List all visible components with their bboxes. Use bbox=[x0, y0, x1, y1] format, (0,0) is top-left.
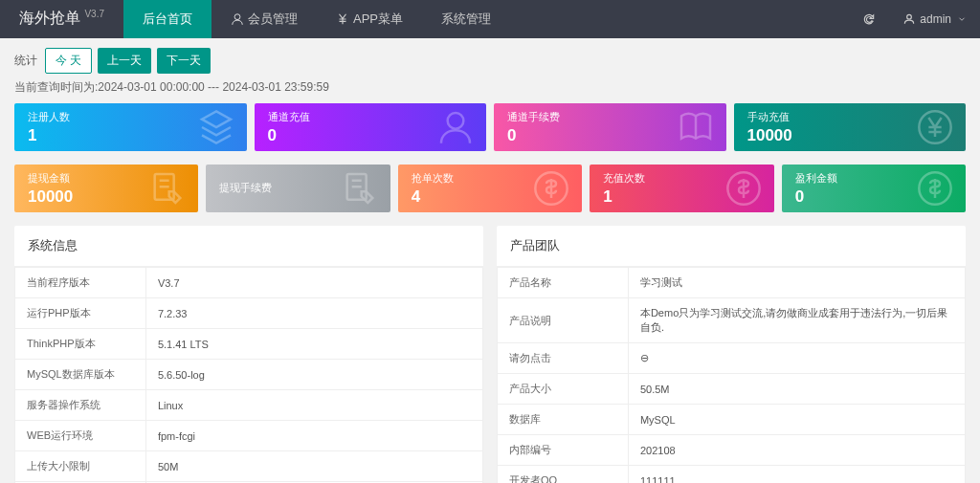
stats-row-1: 注册人数1通道充值0通道手续费0手动充值10000 bbox=[14, 103, 966, 151]
table-value: 50M bbox=[145, 451, 482, 482]
table-value: 111111 bbox=[628, 466, 965, 484]
svg-point-2 bbox=[448, 113, 464, 129]
table-row: 服务器操作系统Linux bbox=[15, 390, 483, 421]
stat-card[interactable]: 提现手续费 bbox=[206, 165, 390, 212]
table-row: 产品名称学习测试 bbox=[498, 268, 966, 298]
filter-label: 统计 bbox=[14, 53, 37, 69]
table-key: 产品说明 bbox=[498, 298, 629, 343]
table-value: 7.2.33 bbox=[145, 298, 482, 329]
table-key: 上传大小限制 bbox=[15, 451, 146, 482]
panel-system-info: 系统信息 当前程序版本V3.7运行PHP版本7.2.33ThinkPHP版本5.… bbox=[14, 226, 483, 483]
table-row: 请勿点击⊖ bbox=[498, 343, 966, 374]
table-row: 产品说明本Demo只为学习测试交流,请勿做商业成套用于违法行为,一切后果自负. bbox=[498, 298, 966, 343]
stat-card[interactable]: 通道手续费0 bbox=[494, 103, 726, 151]
table-key: 当前程序版本 bbox=[15, 268, 146, 298]
dollar-icon bbox=[532, 169, 570, 208]
user-icon bbox=[231, 12, 244, 26]
user-icon bbox=[902, 12, 916, 26]
table-value: Linux bbox=[145, 390, 482, 421]
user-icon bbox=[436, 108, 475, 146]
stats-row-2: 提现金额10000提现手续费抢单次数4充值次数1盈利金额0 bbox=[14, 165, 966, 212]
svg-point-0 bbox=[234, 14, 240, 20]
panels: 系统信息 当前程序版本V3.7运行PHP版本7.2.33ThinkPHP版本5.… bbox=[14, 226, 966, 483]
table-row: WEB运行环境fpm-fcgi bbox=[15, 421, 483, 451]
table-key: 内部编号 bbox=[498, 435, 629, 466]
table-key: 服务器操作系统 bbox=[15, 390, 146, 421]
logo-version: V3.7 bbox=[84, 9, 104, 19]
layers-icon bbox=[197, 108, 235, 146]
logo: 海外抢单 V3.7 bbox=[0, 9, 123, 29]
nav-item-label: 系统管理 bbox=[441, 11, 491, 28]
nav-item-2[interactable]: APP菜单 bbox=[317, 0, 422, 38]
time-range-note: 当前查询时间为:2024-03-01 00:00:00 --- 2024-03-… bbox=[14, 79, 966, 96]
main-nav: 后台首页会员管理APP菜单系统管理 bbox=[123, 0, 510, 38]
table-row: 开发者QQ111111 bbox=[498, 466, 966, 484]
yen-circle-icon bbox=[916, 108, 954, 146]
table-value: fpm-fcgi bbox=[145, 421, 482, 451]
panel-title: 产品团队 bbox=[497, 226, 966, 267]
edit-icon bbox=[148, 169, 187, 208]
nav-item-1[interactable]: 会员管理 bbox=[212, 0, 317, 38]
table-value: MySQL bbox=[628, 405, 965, 435]
yen-icon bbox=[336, 12, 349, 26]
nav-item-3[interactable]: 系统管理 bbox=[422, 0, 510, 38]
table-value: 本Demo只为学习测试交流,请勿做商业成套用于违法行为,一切后果自负. bbox=[628, 298, 965, 343]
table-value: 5.1.41 LTS bbox=[145, 329, 482, 360]
user-menu[interactable]: admin bbox=[889, 12, 980, 26]
table-key: 产品名称 bbox=[498, 268, 629, 298]
table-row: MySQL数据库版本5.6.50-log bbox=[15, 360, 483, 390]
filter-row: 统计 今 天上一天下一天 bbox=[14, 48, 966, 74]
refresh-button[interactable] bbox=[849, 12, 889, 26]
table-key: 数据库 bbox=[498, 405, 629, 435]
table-row: 数据库MySQL bbox=[498, 405, 966, 435]
logo-text: 海外抢单 bbox=[19, 11, 80, 27]
nav-item-label: APP菜单 bbox=[353, 11, 403, 28]
table-value: 202108 bbox=[628, 435, 965, 466]
panel-title: 系统信息 bbox=[14, 226, 483, 267]
edit-icon bbox=[341, 169, 379, 208]
header: 海外抢单 V3.7 后台首页会员管理APP菜单系统管理 admin bbox=[0, 0, 980, 38]
header-right: admin bbox=[849, 0, 980, 38]
table-value: 50.5M bbox=[628, 374, 965, 405]
stat-card[interactable]: 盈利金额0 bbox=[782, 165, 966, 212]
stat-card[interactable]: 注册人数1 bbox=[14, 103, 247, 151]
main-content: 统计 今 天上一天下一天 当前查询时间为:2024-03-01 00:00:00… bbox=[0, 38, 980, 483]
table-key: ThinkPHP版本 bbox=[15, 329, 146, 360]
filter-button-2[interactable]: 下一天 bbox=[157, 48, 211, 74]
stat-card[interactable]: 手动充值10000 bbox=[734, 103, 967, 151]
table-row: 内部编号202108 bbox=[498, 435, 966, 466]
table-row: 当前程序版本V3.7 bbox=[15, 268, 483, 298]
table-value: 5.6.50-log bbox=[145, 360, 482, 390]
filter-button-0[interactable]: 今 天 bbox=[45, 48, 92, 74]
table-value: 学习测试 bbox=[628, 268, 965, 298]
table-row: 运行PHP版本7.2.33 bbox=[15, 298, 483, 329]
refresh-icon bbox=[862, 12, 876, 26]
table-row: ThinkPHP版本5.1.41 LTS bbox=[15, 329, 483, 360]
panel-product-team: 产品团队 产品名称学习测试产品说明本Demo只为学习测试交流,请勿做商业成套用于… bbox=[497, 226, 966, 483]
product-team-table: 产品名称学习测试产品说明本Demo只为学习测试交流,请勿做商业成套用于违法行为,… bbox=[497, 267, 966, 483]
stat-card[interactable]: 提现金额10000 bbox=[14, 165, 198, 212]
table-key: 开发者QQ bbox=[498, 466, 629, 484]
nav-item-label: 后台首页 bbox=[143, 11, 192, 28]
table-key: 产品大小 bbox=[498, 374, 629, 405]
table-value: V3.7 bbox=[145, 268, 482, 298]
table-key: WEB运行环境 bbox=[15, 421, 146, 451]
username: admin bbox=[920, 12, 951, 26]
nav-item-0[interactable]: 后台首页 bbox=[123, 0, 212, 38]
svg-point-1 bbox=[907, 14, 912, 19]
table-row: 产品大小50.5M bbox=[498, 374, 966, 405]
stat-card[interactable]: 充值次数1 bbox=[590, 165, 773, 212]
dollar-icon bbox=[724, 169, 763, 208]
filter-button-1[interactable]: 上一天 bbox=[98, 48, 151, 74]
dollar-icon bbox=[916, 169, 954, 208]
stat-card[interactable]: 通道充值0 bbox=[255, 103, 487, 151]
nav-item-label: 会员管理 bbox=[248, 11, 298, 28]
system-info-table: 当前程序版本V3.7运行PHP版本7.2.33ThinkPHP版本5.1.41 … bbox=[14, 267, 483, 483]
table-key: 运行PHP版本 bbox=[15, 298, 146, 329]
stat-card[interactable]: 抢单次数4 bbox=[398, 165, 582, 212]
table-key: 请勿点击 bbox=[498, 343, 629, 374]
table-value: ⊖ bbox=[628, 343, 965, 374]
table-key: MySQL数据库版本 bbox=[15, 360, 146, 390]
table-row: 上传大小限制50M bbox=[15, 451, 483, 482]
chevron-down-icon bbox=[957, 14, 967, 24]
